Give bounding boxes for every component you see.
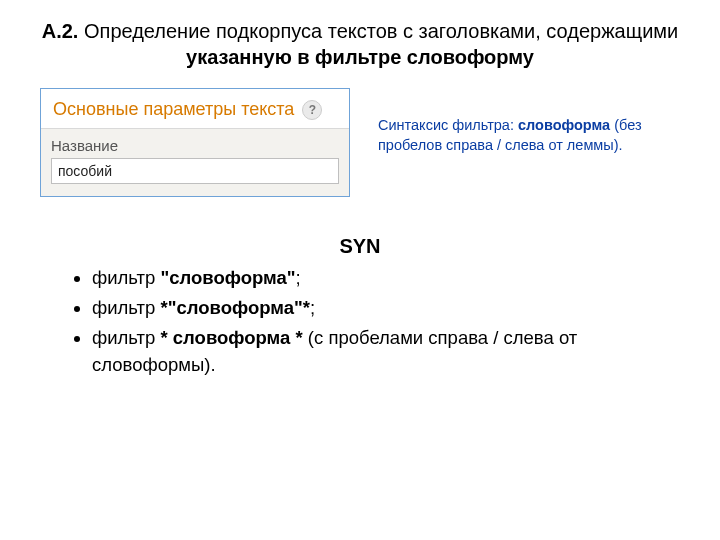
- list-item: фильтр "словоформа";: [92, 264, 680, 292]
- slide-title: A.2. Определение подкорпуса текстов с за…: [40, 18, 680, 70]
- syn-heading: SYN: [40, 235, 680, 258]
- title-section: A.2.: [42, 20, 79, 42]
- panel-header-text: Основные параметры текста: [53, 99, 294, 120]
- list-item: фильтр * словоформа * (с пробелами справ…: [92, 324, 680, 380]
- note-pre: Синтаксис фильтра:: [378, 117, 518, 133]
- panel-header: Основные параметры текста ?: [41, 89, 349, 129]
- note-keyword: словоформа: [518, 117, 610, 133]
- list-item: фильтр *"словоформа"*;: [92, 294, 680, 322]
- filter-syntax-note: Синтаксис фильтра: словоформа (без пробе…: [378, 116, 658, 155]
- field-label-title: Название: [51, 137, 339, 154]
- search-panel: Основные параметры текста ? Название: [40, 88, 350, 197]
- title-emph: указанную в фильтре словоформу: [186, 46, 534, 68]
- syn-list: фильтр "словоформа"; фильтр *"словоформа…: [40, 264, 680, 379]
- help-icon[interactable]: ?: [302, 100, 322, 120]
- title-pre: Определение подкорпуса текстов с заголов…: [78, 20, 678, 42]
- title-input[interactable]: [51, 158, 339, 184]
